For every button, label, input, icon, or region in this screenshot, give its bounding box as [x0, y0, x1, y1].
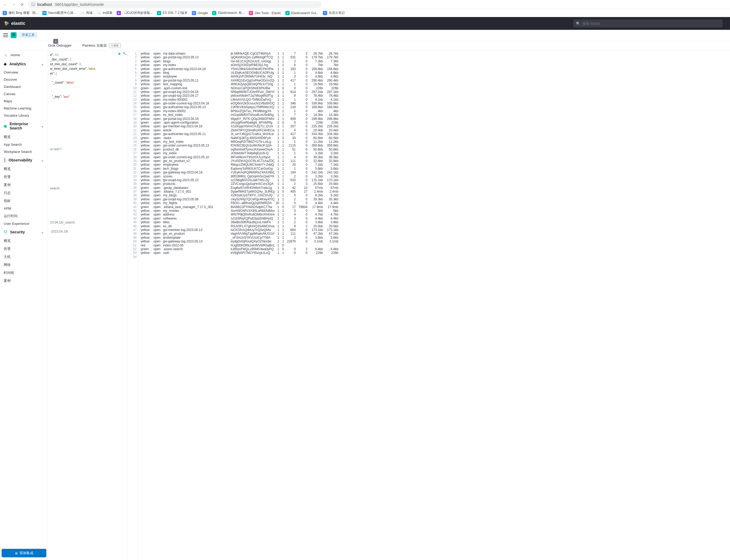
breadcrumb-devtools[interactable]: 开发工具	[19, 32, 37, 38]
back-button[interactable]: ←	[3, 2, 7, 7]
favicon: ⎈	[157, 11, 161, 15]
bookmark-item[interactable]: ✎有道云笔记	[323, 11, 345, 15]
favicon: ▭	[97, 11, 101, 15]
search-icon: 🔍	[576, 22, 580, 26]
favicon: G	[192, 11, 196, 15]
url-bar[interactable]: ⓘ localhost:5601/app/dev_tools#/console	[28, 1, 321, 8]
bookmark-label: Dev Tools - Elastic	[255, 11, 281, 15]
bookmark-label: 商城	[86, 11, 92, 15]
search-input[interactable]	[582, 22, 720, 26]
bookmark-item[interactable]: ▭es探索	[97, 11, 112, 15]
favicon: ⎈	[212, 11, 216, 15]
bookmark-item[interactable]: GGoogle	[192, 11, 208, 15]
browser-toolbar: ← → ⟳ ⓘ localhost:5601/app/dev_tools#/co…	[0, 0, 730, 9]
url-host: localhost	[37, 2, 52, 7]
bookmark-item[interactable]: ▭商城	[80, 11, 92, 15]
dev-tools-tabs: Grok Debugger Painless 实验室 公测版	[0, 40, 730, 51]
bookmark-label: 有道云笔记	[329, 11, 345, 15]
bookmark-item[interactable]: OnNacos配置中心源...	[42, 11, 76, 15]
bookmark-label: Elasticsearch: 权...	[218, 11, 245, 15]
menu-toggle[interactable]	[3, 33, 8, 37]
elastic-icon	[4, 21, 9, 26]
svg-point-2	[5, 23, 7, 26]
bookmark-item[interactable]: ⎈Elasticsearch: 权...	[212, 11, 245, 15]
favicon: ●	[117, 11, 121, 15]
bookmark-item[interactable]: ⎈ES DSL 7.17版本	[157, 11, 188, 15]
app-subheader: 开 开发工具	[0, 30, 730, 40]
bookmark-label: 《JOJO的奇妙冒险...	[123, 11, 153, 15]
bookmark-label: Google	[198, 11, 208, 15]
bookmark-label: Nacos配置中心源...	[48, 11, 76, 15]
bookmark-label: es探索	[103, 11, 112, 15]
beta-badge: 公测版	[109, 43, 121, 48]
favicon: On	[42, 11, 47, 15]
bookmark-item[interactable]: ✦Dev Tools - Elastic	[249, 11, 281, 15]
bookmark-label: ES DSL 7.17版本	[163, 11, 188, 15]
forward-button[interactable]: →	[11, 2, 16, 7]
bookmark-item[interactable]: b微软 Bing 搜索 - 国...	[3, 11, 38, 15]
bookmark-item[interactable]: ⎈Elasticsearch Gui...	[285, 11, 319, 15]
favicon: ⎈	[285, 11, 290, 15]
global-search[interactable]: 🔍	[573, 19, 723, 27]
reload-button[interactable]: ⟳	[20, 2, 25, 7]
elastic-logo[interactable]: elastic	[4, 21, 25, 26]
favicon: ✦	[249, 11, 253, 15]
app-header: elastic 🔍	[0, 17, 730, 30]
tab-grok-debugger[interactable]: Grok Debugger	[48, 40, 72, 50]
bookmark-item[interactable]: ●《JOJO的奇妙冒险...	[117, 11, 153, 15]
favicon: b	[3, 11, 7, 15]
bookmarks-bar: b微软 Bing 搜索 - 国...OnNacos配置中心源...▭商城▭es探…	[0, 9, 730, 17]
brand-text: elastic	[11, 21, 25, 26]
favicon: ✎	[323, 11, 327, 15]
tab-painless[interactable]: Painless 实验室 公测版	[82, 40, 121, 50]
url-path: :5601/app/dev_tools#/console	[54, 2, 104, 7]
app-badge: 开	[11, 32, 17, 38]
favicon: ▭	[80, 11, 84, 15]
tab-painless-label: Painless 实验室	[82, 43, 107, 48]
info-icon: ⓘ	[31, 2, 35, 7]
bookmark-label: 微软 Bing 搜索 - 国...	[9, 11, 38, 15]
bookmark-label: Elasticsearch Gui...	[291, 11, 319, 15]
